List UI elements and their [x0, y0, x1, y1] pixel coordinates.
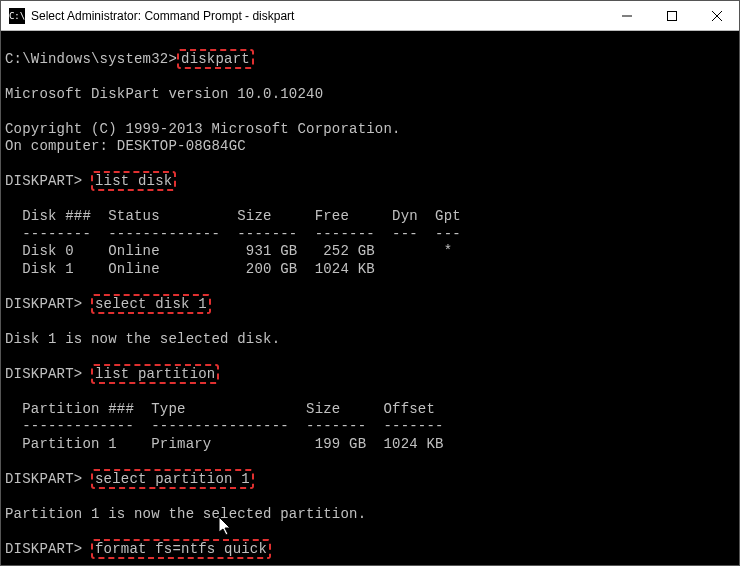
cmd-diskpart: diskpart [177, 49, 254, 69]
diskpart-prompt: DISKPART> [5, 471, 91, 487]
copyright-line: Copyright (C) 1999-2013 Microsoft Corpor… [5, 121, 401, 137]
minimize-button[interactable] [604, 1, 649, 30]
select-disk-response: Disk 1 is now the selected disk. [5, 331, 280, 347]
cmd-select-partition: select partition 1 [91, 469, 254, 489]
select-partition-response: Partition 1 is now the selected partitio… [5, 506, 366, 522]
cmd-list-disk: list disk [91, 171, 176, 191]
disk-table-header: Disk ### Status Size Free Dyn Gpt [5, 208, 461, 224]
disk-table-sep: -------- ------------- ------- ------- -… [5, 226, 461, 242]
diskpart-prompt: DISKPART> [5, 173, 91, 189]
partition-row-1: Partition 1 Primary 199 GB 1024 KB [5, 436, 444, 452]
prompt-text: C:\Windows\system32> [5, 51, 177, 67]
diskpart-prompt: DISKPART> [5, 366, 91, 382]
svg-rect-1 [667, 11, 676, 20]
partition-table-sep: ------------- ---------------- ------- -… [5, 418, 444, 434]
window-titlebar: C:\ Select Administrator: Command Prompt… [1, 1, 739, 31]
terminal-body[interactable]: C:\Windows\system32>diskpart Microsoft D… [1, 31, 739, 565]
version-line: Microsoft DiskPart version 10.0.10240 [5, 86, 323, 102]
cmd-format: format fs=ntfs quick [91, 539, 271, 559]
maximize-button[interactable] [649, 1, 694, 30]
diskpart-prompt: DISKPART> [5, 296, 91, 312]
cmd-select-disk: select disk 1 [91, 294, 211, 314]
close-button[interactable] [694, 1, 739, 30]
window-title: Select Administrator: Command Prompt - d… [31, 9, 604, 23]
disk-row-0: Disk 0 Online 931 GB 252 GB * [5, 243, 452, 259]
diskpart-prompt: DISKPART> [5, 541, 91, 557]
cmd-icon: C:\ [9, 8, 25, 24]
computer-line: On computer: DESKTOP-08G84GC [5, 138, 246, 154]
disk-row-1: Disk 1 Online 200 GB 1024 KB [5, 261, 375, 277]
partition-table-header: Partition ### Type Size Offset [5, 401, 435, 417]
cmd-list-partition: list partition [91, 364, 219, 384]
